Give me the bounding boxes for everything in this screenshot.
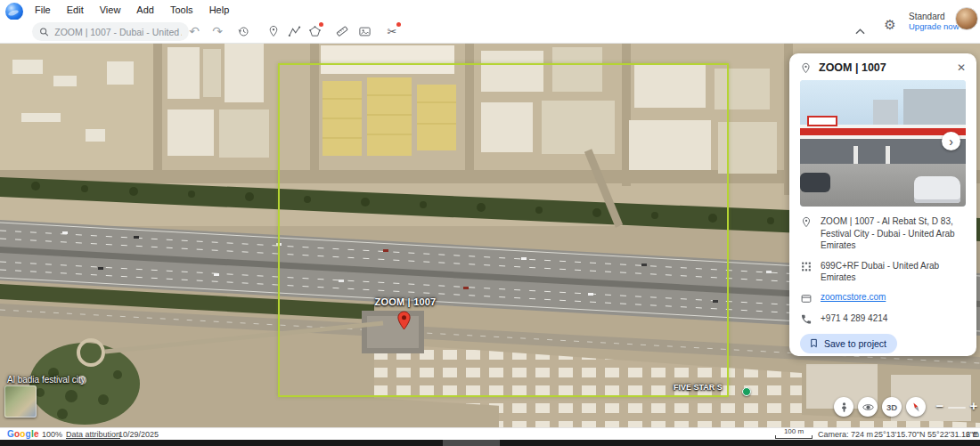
phone-icon [800,313,813,325]
brand-letter: e [34,429,39,439]
plus-code-row: 699C+RF Dubai - United Arab Emirates [800,260,966,284]
google-earth-app: ZOOM | 1007 Al badia festival city FIVE … [0,0,980,446]
account-avatar[interactable] [955,7,978,30]
scale-label: 100 m [775,428,813,435]
menu-item-tools[interactable]: Tools [162,0,201,20]
redo-button[interactable]: ↷ [207,20,228,42]
menu-bar: File Edit View Add Tools Help [0,0,980,20]
photo-station [800,139,966,164]
photo-pump [853,146,858,166]
draw-path-button[interactable] [283,20,305,42]
terrain-elevation: 6 m [966,430,979,439]
website-row: zoomcstore.com [800,292,966,304]
scale-bar [775,435,813,439]
polygon-shape-icon [308,25,322,38]
menu-item-edit[interactable]: Edit [59,0,92,20]
undo-button[interactable]: ↶ [184,20,205,42]
draw-polygon-button[interactable] [304,20,325,42]
phone-row: +971 4 289 4214 [800,312,966,325]
place-photo[interactable]: › [800,80,966,207]
poi-marker-dot[interactable] [742,387,751,396]
chevron-up-icon [855,28,865,35]
plus-code-icon [800,261,813,272]
historical-imagery-button[interactable] [233,20,254,42]
settings-button[interactable]: ⚙ [880,14,900,34]
menu-items: File Edit View Add Tools Help [27,0,237,20]
brand-letter: G [7,429,14,439]
notification-dot [396,22,401,27]
search-input[interactable]: ZOOM | 1007 - Dubai - United Ar [32,22,189,41]
photo-overlay-button[interactable] [354,20,375,42]
gear-icon: ⚙ [884,18,895,31]
orbit-icon [862,401,875,414]
zoom-percent: 100% [42,430,62,439]
earth-logo-icon[interactable] [5,3,23,20]
ruler-icon [335,24,349,38]
path-line-icon [288,25,301,38]
placemark-pin-icon [267,25,280,37]
data-attribution-link[interactable]: Data attribution [66,430,120,439]
add-placemark-button[interactable] [263,20,284,42]
toolbar: ZOOM | 1007 - Dubai - United Ar ↶ ↷ [0,20,980,44]
phone-text[interactable]: +971 4 289 4214 [821,312,887,325]
map-area-label: Al badia festival city [7,375,86,385]
photo-car [800,173,830,192]
photo-canopy-stripe [800,128,966,135]
place-pin-icon [800,62,812,74]
photo-icon [358,25,372,38]
photo-car [914,176,960,203]
photo-sign [807,116,837,126]
close-icon[interactable]: ✕ [957,62,966,73]
zoom-in-button[interactable]: + [968,398,980,413]
scissors-icon: ✂ [388,26,397,37]
scissors-button[interactable]: ✂ [381,20,403,42]
address-row: ZOOM | 1007 - Al Rebat St, D 83, Festiva… [800,215,966,252]
plus-code-text: 699C+RF Dubai - United Arab Emirates [821,260,966,284]
menu-item-file[interactable]: File [27,0,59,20]
google-wordmark: Google [7,429,39,439]
orbit-view-button[interactable] [858,397,878,417]
address-pin-icon [800,216,813,228]
pegman-button[interactable] [834,397,853,417]
plan-info: Standard Upgrade now [909,12,960,31]
redo-icon: ↷ [212,25,223,37]
pegman-icon [838,401,850,413]
region-overlay-rectangle [278,63,729,397]
upgrade-link[interactable]: Upgrade now [909,22,960,32]
map-poi-label: FIVE STAR S [674,383,723,392]
taskbar-strip [0,440,980,446]
measure-button[interactable] [331,20,353,42]
camera-altitude: Camera: 724 m [818,430,873,439]
next-photo-button[interactable]: › [942,132,960,150]
website-icon [800,293,813,304]
3d-view-button[interactable]: 3D [882,397,902,417]
menu-item-add[interactable]: Add [128,0,162,20]
search-icon [39,27,49,37]
save-label: Save to project [824,338,886,349]
save-to-project-button[interactable]: Save to project [800,334,897,353]
compass-button[interactable] [906,397,926,417]
cursor-coordinates: 25°13'15.70"N 55°22'31.12"E [874,430,978,439]
website-link[interactable]: zoomcstore.com [821,292,886,302]
minimap-thumbnail[interactable] [4,385,37,418]
photo-pump [886,146,890,166]
search-value: ZOOM | 1007 - Dubai - United Ar [54,27,182,37]
zoom-slider-track[interactable] [948,407,966,409]
undo-icon: ↶ [189,25,200,37]
location-pin-icon[interactable] [397,311,411,330]
zoom-out-button[interactable]: − [934,398,946,413]
menu-item-help[interactable]: Help [201,0,238,20]
address-text: ZOOM | 1007 - Al Rebat St, D 83, Festiva… [821,215,966,252]
collapse-toolbar-button[interactable] [849,20,870,42]
3d-label: 3D [886,402,897,412]
compass-needle-icon [907,398,926,417]
history-clock-icon [237,25,250,38]
map-scale: 100 m [775,428,813,439]
menu-item-view[interactable]: View [92,0,129,20]
imagery-date: 10/29/2025 [118,430,159,439]
plan-label: Standard [909,12,960,22]
taskbar-segment [443,440,500,446]
map-pin-label: ZOOM | 1007 [356,296,454,307]
place-card-panel: ZOOM | 1007 ✕ › ZOOM | 1007 [789,53,976,356]
place-details: ZOOM | 1007 - Al Rebat St, D 83, Festiva… [789,207,976,325]
